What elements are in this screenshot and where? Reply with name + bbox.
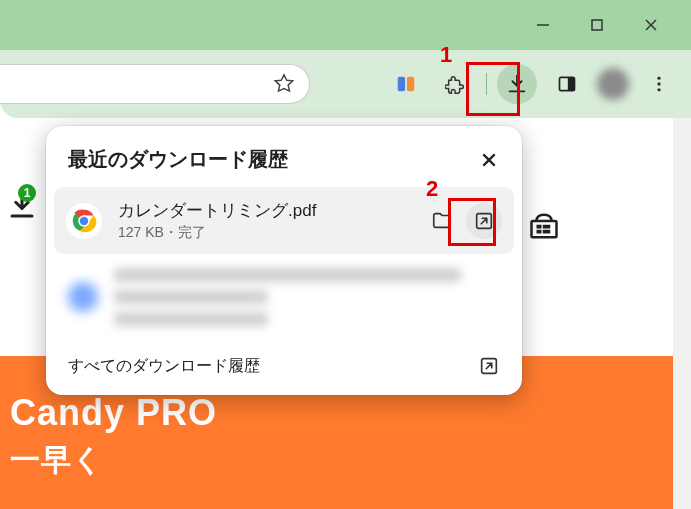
svg-point-10	[657, 88, 660, 91]
chrome-file-icon	[66, 203, 102, 239]
redacted-text	[114, 268, 461, 282]
svg-rect-13	[543, 225, 551, 229]
banner-text-1: Candy PRO	[10, 392, 673, 434]
svg-point-8	[657, 77, 660, 80]
svg-rect-11	[532, 221, 557, 237]
downloads-button[interactable]	[497, 64, 537, 104]
popup-close-button[interactable]	[478, 149, 500, 171]
download-file-meta: 127 KB・完了	[118, 224, 408, 242]
toolbar-divider	[486, 73, 487, 95]
window-minimize-button[interactable]	[531, 13, 555, 37]
open-file-button[interactable]	[466, 203, 502, 239]
window-maximize-button[interactable]	[585, 13, 609, 37]
svg-rect-1	[592, 20, 602, 30]
scrollbar[interactable]	[673, 118, 691, 509]
popup-title: 最近のダウンロード履歴	[68, 146, 288, 173]
svg-point-9	[657, 82, 660, 85]
open-downloads-page-icon[interactable]	[478, 355, 500, 377]
svg-rect-14	[537, 230, 542, 234]
svg-rect-12	[537, 225, 542, 229]
download-file-name: カレンダートリミング.pdf	[118, 199, 408, 222]
bookmark-star-icon[interactable]	[273, 73, 295, 95]
redacted-icon	[68, 282, 98, 312]
svg-rect-7	[568, 77, 575, 90]
download-item-redacted	[46, 254, 522, 340]
profile-avatar[interactable]	[597, 68, 629, 100]
browser-toolbar	[0, 50, 691, 118]
window-close-button[interactable]	[639, 13, 663, 37]
annotation-number-1: 1	[440, 42, 452, 68]
download-item[interactable]: カレンダートリミング.pdf 127 KB・完了	[54, 187, 514, 254]
svg-rect-4	[398, 77, 405, 92]
window-titlebar	[0, 0, 691, 50]
windows-store-icon[interactable]	[524, 206, 564, 246]
svg-rect-5	[407, 77, 414, 92]
extension-tile-icon[interactable]	[386, 64, 426, 104]
svg-rect-15	[543, 230, 551, 234]
redacted-text	[114, 312, 268, 326]
kebab-menu-icon[interactable]	[639, 64, 679, 104]
side-panel-icon[interactable]	[547, 64, 587, 104]
redacted-text	[114, 290, 268, 304]
downloads-popup: 最近のダウンロード履歴 カレンダートリミング.pdf 127 KB・完了	[46, 126, 522, 395]
annotation-number-2: 2	[426, 176, 438, 202]
address-bar[interactable]	[0, 64, 310, 104]
download-count-badge: 1	[18, 184, 36, 202]
show-in-folder-button[interactable]	[424, 203, 460, 239]
banner-text-2: 一早く	[10, 440, 673, 481]
all-downloads-link[interactable]: すべてのダウンロード履歴	[68, 356, 260, 377]
extensions-puzzle-icon[interactable]	[436, 64, 476, 104]
